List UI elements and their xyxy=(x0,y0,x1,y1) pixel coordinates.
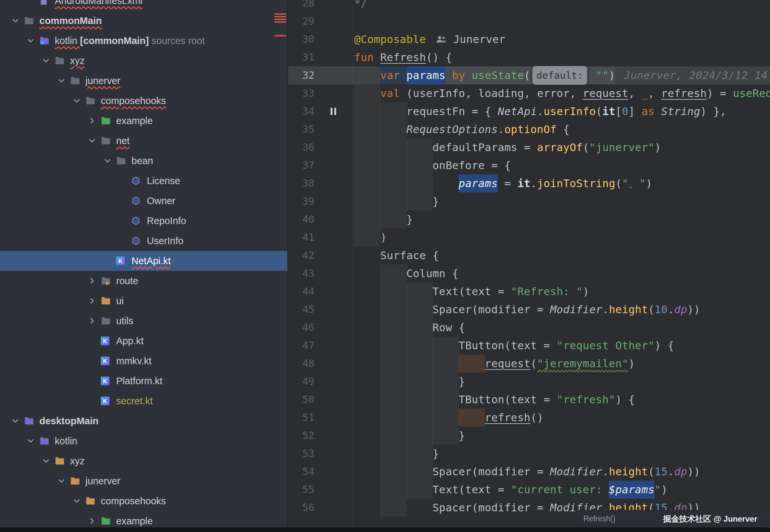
line-number[interactable]: 50 xyxy=(288,391,314,409)
line-number[interactable]: 51 xyxy=(288,409,314,427)
tree-item-net[interactable]: net xyxy=(0,131,287,151)
project-tree[interactable]: AndroidManifest.xmlcommonMainkotlin [com… xyxy=(0,0,287,531)
code-line-37[interactable]: 37 onBefore = { xyxy=(288,156,770,174)
chevron-down-icon[interactable] xyxy=(37,56,55,65)
line-number[interactable]: 48 xyxy=(288,355,314,373)
chevron-right-icon[interactable] xyxy=(83,316,101,326)
tree-item-userinfo[interactable]: UserInfo xyxy=(0,231,287,251)
line-number[interactable]: 42 xyxy=(288,246,314,264)
code-line-52[interactable]: 52 } xyxy=(288,427,770,445)
line-number[interactable]: 32 xyxy=(288,66,314,84)
tree-item-owner[interactable]: Owner xyxy=(0,191,287,211)
code-line-43[interactable]: 43 Column { xyxy=(288,264,770,283)
chevron-down-icon[interactable] xyxy=(68,496,85,506)
tree-item-xyz[interactable]: xyz xyxy=(0,451,287,471)
chevron-down-icon[interactable] xyxy=(7,16,24,25)
chevron-down-icon[interactable] xyxy=(83,136,101,145)
tree-item-example[interactable]: example xyxy=(0,111,287,131)
line-number[interactable]: 44 xyxy=(288,283,314,301)
line-number[interactable]: 35 xyxy=(288,120,314,138)
code-line-32[interactable]: 32 var params by useState(default: "")Ju… xyxy=(288,66,770,84)
chevron-down-icon[interactable] xyxy=(53,76,70,85)
line-number[interactable]: 54 xyxy=(288,463,314,481)
code-line-55[interactable]: 55 Text(text = "current user: $params") xyxy=(288,481,770,499)
line-number[interactable]: 30 xyxy=(288,30,314,48)
chevron-down-icon[interactable] xyxy=(37,456,55,466)
tree-item-composehooks[interactable]: composehooks xyxy=(0,91,287,111)
tree-item-netapi-kt[interactable]: KNetApi.kt xyxy=(0,251,288,271)
line-number[interactable]: 56 xyxy=(288,499,314,517)
pause-icon[interactable] xyxy=(314,107,352,116)
chevron-down-icon[interactable] xyxy=(68,96,85,105)
code-line-50[interactable]: 50 TButton(text = "refresh") { xyxy=(288,391,770,409)
code-editor[interactable]: 28*/2930@Composable Junerver31fun Refres… xyxy=(288,0,770,532)
line-number[interactable]: 31 xyxy=(288,48,314,66)
tree-item-junerver[interactable]: junerver xyxy=(0,471,287,491)
code-line-39[interactable]: 39 } xyxy=(288,192,770,210)
tree-item-desktopmain[interactable]: desktopMain xyxy=(0,411,287,431)
code-line-33[interactable]: 33 val (userInfo, loading, error, reques… xyxy=(288,84,770,102)
chevron-down-icon[interactable] xyxy=(99,156,116,165)
chevron-right-icon[interactable] xyxy=(83,516,101,526)
tree-item-route[interactable]: route xyxy=(0,271,287,291)
chevron-down-icon[interactable] xyxy=(22,36,39,45)
code-line-45[interactable]: 45 Spacer(modifier = Modifier.height(10.… xyxy=(288,301,770,319)
tree-item-repoinfo[interactable]: RepoInfo xyxy=(0,211,287,231)
line-number[interactable]: 40 xyxy=(288,210,314,228)
chevron-down-icon[interactable] xyxy=(7,416,24,426)
code-line-44[interactable]: 44 Text(text = "Refresh: ") xyxy=(288,283,770,301)
code-line-41[interactable]: 41 ) xyxy=(288,228,770,246)
code-line-29[interactable]: 29 xyxy=(288,12,770,30)
tree-item-bean[interactable]: bean xyxy=(0,151,287,171)
code-line-31[interactable]: 31fun Refresh() { xyxy=(288,48,770,66)
tree-item-composehooks[interactable]: composehooks xyxy=(0,491,287,511)
code-line-47[interactable]: 47 TButton(text = "request Other") { xyxy=(288,337,770,355)
tree-item-commonmain[interactable]: commonMain xyxy=(0,11,287,31)
line-number[interactable]: 53 xyxy=(288,445,314,463)
tree-item-app-kt[interactable]: KApp.kt xyxy=(0,331,287,351)
line-number[interactable]: 46 xyxy=(288,319,314,337)
line-number[interactable]: 33 xyxy=(288,84,314,102)
line-number[interactable]: 34 xyxy=(288,102,314,120)
code-line-42[interactable]: 42 Surface { xyxy=(288,246,770,264)
tree-item-xyz[interactable]: xyz xyxy=(0,51,287,71)
tree-item-platform-kt[interactable]: KPlatform.kt xyxy=(0,371,287,391)
tree-item-secret-kt[interactable]: Ksecret.kt xyxy=(0,391,287,411)
code-line-54[interactable]: 54 Spacer(modifier = Modifier.height(15.… xyxy=(288,463,770,481)
line-number[interactable]: 45 xyxy=(288,301,314,319)
line-number[interactable]: 28 xyxy=(288,0,314,12)
breadcrumb[interactable]: Refresh() xyxy=(583,514,615,523)
line-number[interactable]: 43 xyxy=(288,264,314,283)
tree-item-kotlin[interactable]: kotlin xyxy=(0,431,287,451)
tree-item-ui[interactable]: ui xyxy=(0,291,287,311)
chevron-right-icon[interactable] xyxy=(83,276,101,286)
line-number[interactable]: 38 xyxy=(288,174,314,192)
code-line-28[interactable]: 28*/ xyxy=(288,0,770,12)
code-line-36[interactable]: 36 defaultParams = arrayOf("junerver") xyxy=(288,138,770,156)
menu-stripes-icon[interactable] xyxy=(274,13,286,23)
tree-item-kotlin-commonmain-sources-root[interactable]: kotlin [commonMain] sources root xyxy=(0,31,287,51)
chevron-right-icon[interactable] xyxy=(83,296,101,306)
line-number[interactable]: 47 xyxy=(288,337,314,355)
line-number[interactable]: 52 xyxy=(288,427,314,445)
code-line-40[interactable]: 40 } xyxy=(288,210,770,228)
line-number[interactable]: 39 xyxy=(288,192,314,210)
tree-item-utils[interactable]: utils xyxy=(0,311,287,331)
code-line-38[interactable]: 38 params = it.joinToString("、") xyxy=(288,174,770,192)
line-number[interactable]: 37 xyxy=(288,156,314,174)
chevron-down-icon[interactable] xyxy=(22,436,39,446)
line-number[interactable]: 41 xyxy=(288,228,314,246)
tree-item-license[interactable]: License xyxy=(0,171,287,191)
code-line-46[interactable]: 46 Row { xyxy=(288,319,770,337)
code-line-35[interactable]: 35 RequestOptions.optionOf { xyxy=(288,120,770,138)
code-line-34[interactable]: 34 requestFn = { NetApi.userInfo(it[0] a… xyxy=(288,102,770,120)
code-line-51[interactable]: 51 refresh() xyxy=(288,409,770,427)
code-line-49[interactable]: 49 } xyxy=(288,373,770,391)
chevron-down-icon[interactable] xyxy=(53,476,70,486)
chevron-right-icon[interactable] xyxy=(83,116,101,125)
code-line-53[interactable]: 53 } xyxy=(288,445,770,463)
code-line-30[interactable]: 30@Composable Junerver xyxy=(288,30,770,48)
tree-item-junerver[interactable]: junerver xyxy=(0,71,287,91)
line-number[interactable]: 49 xyxy=(288,373,314,391)
code-line-48[interactable]: 48 request("jeremymailen") xyxy=(288,355,770,373)
